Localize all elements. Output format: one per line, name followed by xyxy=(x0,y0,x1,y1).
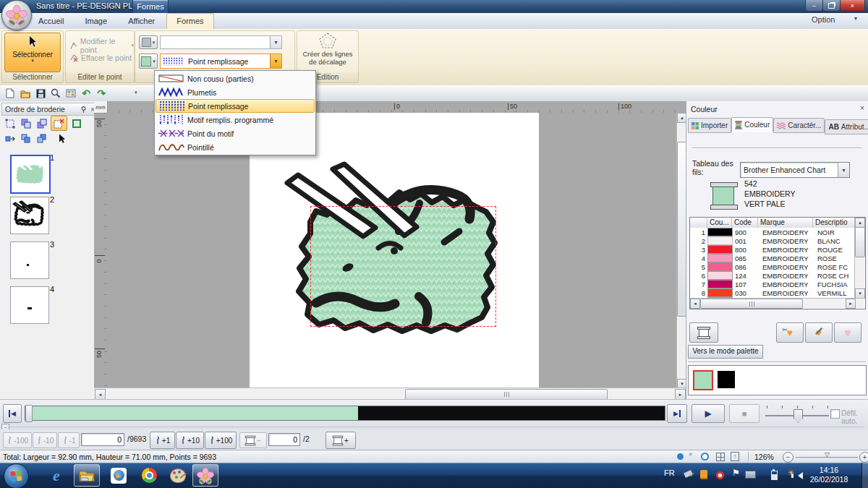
tab-attributs[interactable]: AB Attribut... xyxy=(825,119,868,134)
selection-rectangle[interactable] xyxy=(310,206,496,327)
order-select-mode-button[interactable] xyxy=(54,131,70,146)
progress-slider-handle[interactable] xyxy=(25,405,33,422)
erase-point-button[interactable]: Effacer le point xyxy=(69,53,132,62)
minimize-button[interactable]: – xyxy=(805,0,823,12)
context-tab-formes[interactable]: Formes xyxy=(132,0,169,13)
sewing-region-toggle-button[interactable] xyxy=(51,116,67,131)
line-color-swatch-button[interactable]: ▾ xyxy=(139,35,158,49)
table-vscroll-up[interactable]: ▴ xyxy=(855,218,865,228)
taskbar-internet-explorer[interactable]: e xyxy=(43,464,69,487)
stitch-progress-bar[interactable] xyxy=(25,406,665,421)
taskbar-chrome[interactable] xyxy=(136,464,162,487)
current-color-input[interactable] xyxy=(268,433,300,446)
new-document-button[interactable] xyxy=(3,87,17,100)
region-sew-type-combo[interactable]: Point remplissage ▾ xyxy=(160,53,282,69)
canvas-vscrollbar[interactable]: ▴ ▾ xyxy=(676,113,686,388)
thread-chart-combo[interactable]: Brother Enhanced Chart ▾ xyxy=(740,162,850,178)
thread-row[interactable]: 2001EMBROIDERYBLANC xyxy=(690,236,854,245)
application-menu-button[interactable] xyxy=(1,0,32,30)
start-button[interactable] xyxy=(4,463,29,488)
tab-accueil[interactable]: Accueil xyxy=(29,14,73,29)
order-item-2[interactable] xyxy=(10,197,49,234)
region-combo-caret-icon[interactable]: ▾ xyxy=(270,54,281,68)
plus-100-button[interactable]: +100 xyxy=(205,432,237,449)
speed-slider[interactable] xyxy=(765,406,829,421)
modify-point-button[interactable]: Modifier le point ▾ xyxy=(69,37,134,54)
canvas-hscrollbar[interactable]: ◂ ▸ xyxy=(94,388,686,400)
network-tray-icon[interactable] xyxy=(745,471,756,479)
speed-slider-thumb[interactable] xyxy=(793,409,803,423)
order-item-4[interactable] xyxy=(10,286,49,324)
update-tray-icon[interactable] xyxy=(700,470,707,479)
sun-tray-icon[interactable]: ☀ xyxy=(787,468,795,478)
add-thread-spool-button[interactable] xyxy=(689,322,718,343)
line-sew-type-combo[interactable]: ▾ xyxy=(160,35,282,49)
sew-favorite-button[interactable]: ♥ xyxy=(805,322,833,343)
menu-item-point-du-motif[interactable]: Point du motif xyxy=(156,127,315,140)
thread-table[interactable]: Cou... Code Marque Descriptio 1900EMBROI… xyxy=(689,217,866,309)
select-tool-button[interactable]: Sélectionner ▾ xyxy=(4,33,61,72)
region-color-swatch-button[interactable]: ▾ xyxy=(139,53,158,69)
show-desktop-button[interactable] xyxy=(861,463,868,488)
header-brand[interactable]: Marque xyxy=(758,218,813,228)
color-panel-close-icon[interactable]: × xyxy=(860,104,864,112)
used-color-swatch-selected[interactable] xyxy=(693,370,713,390)
action-center-flag-icon[interactable]: ⚑ xyxy=(732,468,740,478)
thread-row[interactable]: 5086EMBROIDERYROSE FC xyxy=(690,262,854,271)
hoop-view-button[interactable] xyxy=(68,116,85,131)
hscroll-right-button[interactable]: ▸ xyxy=(675,389,686,400)
favorite-colors-button[interactable]: ♥ xyxy=(834,322,861,343)
taskbar-file-explorer[interactable] xyxy=(74,464,100,487)
redo-button[interactable]: ↷ xyxy=(94,87,109,100)
header-color[interactable]: Cou... xyxy=(707,218,732,228)
table-vscroll-thumb[interactable] xyxy=(855,227,865,257)
menu-item-plumetis[interactable]: Plumetis xyxy=(156,85,315,99)
table-hscroll-left[interactable]: ◂ xyxy=(690,299,700,309)
save-button[interactable] xyxy=(33,87,48,100)
palette-mode-button[interactable]: Vers le mode palette xyxy=(688,345,763,359)
zoom-actual-icon[interactable] xyxy=(677,453,684,460)
hscroll-left-button[interactable]: ◂ xyxy=(95,389,106,400)
restore-button[interactable] xyxy=(822,0,841,12)
prev-color-button[interactable]: − xyxy=(239,432,267,448)
plus-10-button[interactable]: +10 xyxy=(176,432,204,449)
thread-row[interactable]: 6124EMBROIDERYROSE CH xyxy=(690,271,854,280)
header-code[interactable]: Code xyxy=(732,218,758,228)
go-to-start-button[interactable]: ◀ xyxy=(3,404,22,423)
autoscroll-checkbox[interactable] xyxy=(830,409,840,419)
taskbar-media-player[interactable]: ▶ xyxy=(106,464,132,487)
fit-window-icon[interactable] xyxy=(716,453,725,461)
cut-favorite-button[interactable]: ♥ ✂ xyxy=(776,322,804,343)
thread-row[interactable]: 4085EMBROIDERYROSE xyxy=(690,254,854,262)
minus-1-button[interactable]: -1 xyxy=(58,432,80,448)
order-item-1[interactable] xyxy=(10,155,51,194)
go-to-end-button[interactable]: ▶ xyxy=(667,404,687,423)
zoom-in-button[interactable]: + xyxy=(859,452,868,463)
design-settings-button[interactable] xyxy=(64,87,78,100)
taskbar-pe-design[interactable] xyxy=(192,464,218,487)
antivirus-tray-icon[interactable] xyxy=(716,471,724,479)
battery-tray-icon[interactable] xyxy=(771,471,778,480)
order-item-3[interactable] xyxy=(10,241,49,279)
hscroll-thumb[interactable] xyxy=(405,389,608,400)
thread-chart-caret-icon[interactable]: ▾ xyxy=(838,163,849,177)
line-combo-caret-icon[interactable]: ▾ xyxy=(270,36,281,48)
menu-item-non-cousu[interactable]: Non cousu (parties) xyxy=(156,72,315,85)
order-first-button[interactable] xyxy=(1,131,18,146)
menu-item-pointille[interactable]: Pointillé xyxy=(156,140,315,154)
ungroup-button[interactable] xyxy=(33,116,50,131)
close-button[interactable]: × xyxy=(840,0,865,12)
stop-button[interactable]: ■ xyxy=(729,404,760,423)
clock[interactable]: 14:16 26/02/2018 xyxy=(800,466,858,484)
zoom-slider-thumb[interactable]: ▽ xyxy=(825,451,830,458)
select-all-order-button[interactable] xyxy=(1,116,18,131)
zoom-selected-icon[interactable] xyxy=(701,453,709,461)
qat-overflow-caret-icon[interactable]: ▾ xyxy=(135,90,137,95)
tab-afficher[interactable]: Afficher xyxy=(119,14,164,29)
group-button[interactable] xyxy=(17,116,34,131)
table-hscroll-thumb[interactable] xyxy=(700,299,803,309)
undo-button[interactable]: ↶ xyxy=(79,87,93,100)
zoom-out-button[interactable]: − xyxy=(783,452,793,463)
language-indicator[interactable]: FR xyxy=(664,468,675,477)
option-menu[interactable]: Option xyxy=(812,15,835,24)
